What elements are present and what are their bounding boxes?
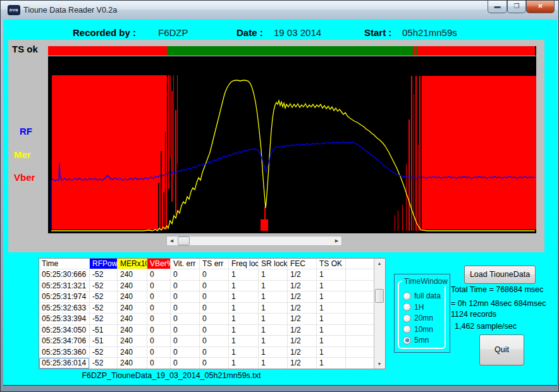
table-cell[interactable]: -52 (90, 314, 118, 325)
table-cell[interactable]: 1/2 (288, 281, 317, 292)
table-cell[interactable]: 1 (229, 336, 259, 347)
table-row[interactable]: 05:25:36:014-52240000111/21 (39, 358, 374, 369)
table-cell[interactable]: 1 (259, 325, 288, 336)
scroll-down-icon[interactable]: ▼ (374, 359, 384, 369)
table-cell[interactable]: 1/2 (288, 303, 317, 314)
table-cell[interactable]: 0 (147, 314, 171, 325)
table-cell[interactable]: 1 (229, 291, 259, 303)
radio-icon[interactable] (403, 314, 411, 322)
table-cell[interactable]: 1 (317, 291, 346, 303)
table-cell[interactable]: 05:25:34:706 (39, 336, 90, 347)
table-row[interactable]: 05:25:35:360-52240000111/21 (39, 347, 374, 358)
table-cell[interactable]: 240 (118, 336, 147, 347)
table-cell[interactable]: 1 (317, 303, 346, 314)
table-cell[interactable]: 05:25:31:321 (39, 281, 90, 292)
table-cell[interactable]: 1 (229, 347, 259, 358)
table-cell[interactable]: 1 (229, 303, 259, 314)
table-cell[interactable]: -52 (90, 303, 118, 314)
quit-button[interactable]: Quit (479, 334, 524, 365)
table-cell[interactable]: 1/2 (288, 269, 317, 281)
radio-icon[interactable] (403, 325, 411, 333)
scroll-right-icon[interactable]: ▶ (332, 236, 341, 245)
table-cell[interactable]: 0 (147, 281, 171, 292)
table-cell[interactable]: 1/2 (288, 325, 317, 336)
table-cell[interactable]: 0 (147, 303, 171, 314)
table-cell[interactable]: 1 (229, 269, 259, 281)
table-cell[interactable]: 1 (259, 291, 288, 303)
table-cell[interactable]: 1 (259, 358, 288, 369)
table-cell[interactable]: -52 (90, 291, 118, 303)
table-cell[interactable]: 1 (229, 358, 259, 369)
table-cell[interactable]: 0 (171, 325, 200, 336)
table-cell[interactable]: -51 (90, 336, 118, 347)
table-cell[interactable]: 240 (118, 325, 147, 336)
minimize-button[interactable]: ▬ (488, 1, 507, 13)
plot-horizontal-scrollbar[interactable]: ◀ ▶ (166, 236, 342, 246)
table-cell[interactable]: 240 (118, 314, 147, 325)
scrollbar-thumb[interactable] (375, 289, 384, 303)
table-cell[interactable]: 0 (147, 269, 171, 281)
table-cell[interactable]: 240 (118, 281, 147, 292)
table-cell[interactable]: 0 (200, 269, 229, 281)
table-row[interactable]: 05:25:31:321-52240000111/21 (39, 281, 374, 292)
scroll-left-icon[interactable]: ◀ (167, 236, 176, 245)
table-cell[interactable]: 0 (171, 281, 200, 292)
table-cell[interactable]: 05:25:32:633 (39, 303, 90, 314)
radio-icon[interactable] (403, 336, 411, 345)
table-cell[interactable]: 1/2 (288, 336, 317, 347)
scroll-up-icon[interactable]: ▲ (374, 259, 384, 268)
title-bar[interactable]: DVB Tioune Data Reader V0.2a ▬ ❐ ✕ (1, 1, 558, 20)
table-row[interactable]: 05:25:34:050-51240000111/21 (39, 325, 374, 336)
table-cell[interactable]: -52 (90, 347, 118, 358)
table-vertical-scrollbar[interactable]: ▲ ▼ (374, 259, 385, 369)
maximize-button[interactable]: ❐ (507, 1, 526, 13)
table-cell[interactable]: 240 (118, 291, 147, 303)
table-row[interactable]: 05:25:33:394-52240000111/21 (39, 314, 374, 325)
table-cell[interactable]: 0 (200, 314, 229, 325)
table-cell[interactable]: 0 (171, 347, 200, 358)
scrollbar-thumb[interactable] (178, 236, 190, 245)
table-cell[interactable]: 0 (171, 291, 200, 303)
table-row[interactable]: 05:25:31:974-52240000111/21 (39, 291, 374, 303)
table-cell[interactable]: 0 (171, 269, 200, 281)
table-cell[interactable]: 0 (200, 291, 229, 303)
radio-icon[interactable] (403, 303, 411, 311)
table-cell[interactable]: 1 (317, 325, 346, 336)
table-cell[interactable]: 0 (147, 358, 171, 369)
table-cell[interactable]: 1 (259, 347, 288, 358)
table-cell[interactable]: 240 (118, 358, 147, 369)
table-cell[interactable]: 1/2 (288, 291, 317, 303)
table-cell[interactable]: -52 (90, 269, 118, 281)
table-cell[interactable]: 05:25:30:666 (39, 269, 90, 281)
table-cell[interactable]: 0 (171, 303, 200, 314)
table-cell[interactable]: 1 (259, 269, 288, 281)
table-cell[interactable]: 1 (259, 281, 288, 292)
table-cell[interactable]: 0 (171, 358, 200, 369)
table-cell[interactable]: 0 (200, 325, 229, 336)
load-tiounedata-button[interactable]: Load TiouneData (464, 266, 536, 284)
table-cell[interactable]: -52 (90, 358, 118, 369)
table-cell[interactable]: 0 (171, 336, 200, 347)
table-cell[interactable]: 1 (317, 336, 346, 347)
table-row[interactable]: 05:25:34:706-51240000111/21 (39, 336, 374, 347)
table-row[interactable]: 05:25:30:666-52240000111/21 (39, 269, 374, 281)
table-cell[interactable]: 1 (259, 314, 288, 325)
table-cell[interactable]: -51 (90, 325, 118, 336)
table-cell[interactable]: 0 (200, 303, 229, 314)
table-cell[interactable]: 05:25:31:974 (39, 291, 90, 303)
radio-full-data[interactable]: full data (403, 291, 441, 301)
table-cell[interactable]: 1 (317, 358, 346, 369)
table-cell[interactable]: 0 (171, 314, 200, 325)
table-cell[interactable]: -52 (90, 281, 118, 292)
table-cell[interactable]: 1 (259, 336, 288, 347)
table-cell[interactable]: 05:25:33:394 (39, 314, 90, 325)
close-button[interactable]: ✕ (526, 1, 555, 13)
radio-10mn[interactable]: 10mn (403, 324, 433, 334)
table-cell[interactable]: 0 (200, 347, 229, 358)
table-cell[interactable]: 1 (229, 281, 259, 292)
table-cell[interactable]: 0 (147, 325, 171, 336)
table-cell[interactable]: 240 (118, 347, 147, 358)
table-cell[interactable]: 0 (200, 336, 229, 347)
table-cell[interactable]: 1 (259, 303, 288, 314)
table-cell[interactable]: 1 (317, 269, 346, 281)
